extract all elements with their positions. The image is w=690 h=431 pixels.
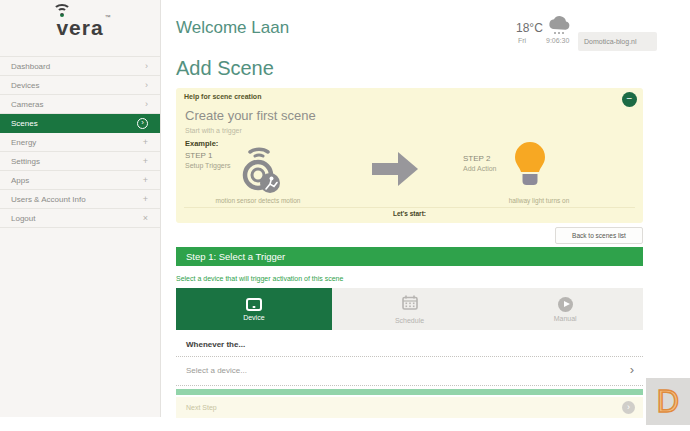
sidebar-menu: Dashboard › Devices › Cameras › Scenes ›… (0, 56, 160, 228)
close-icon: × (143, 214, 148, 223)
sidebar: vera™ Dashboard › Devices › Cameras › Sc… (0, 0, 161, 417)
plus-icon: + (143, 157, 148, 166)
account-selector[interactable]: Domotica-blog.nl (578, 32, 657, 51)
chevron-right-circle-icon: › (622, 401, 635, 414)
lets-start-label: Let's start: (176, 210, 643, 217)
chevron-right-icon: › (145, 100, 148, 109)
trigger-instruction: Select a device that will trigger activa… (176, 275, 343, 282)
help-panel-title: Help for scene creation (184, 93, 261, 100)
page-title: Add Scene (176, 57, 274, 80)
lightbulb-icon (510, 140, 550, 198)
sidebar-item-apps[interactable]: Apps + (0, 171, 160, 190)
example-label: Example: (185, 139, 218, 148)
tab-manual[interactable]: Manual (487, 288, 643, 330)
tab-schedule[interactable]: Schedule (332, 288, 488, 330)
sidebar-item-scenes[interactable]: Scenes › (0, 114, 160, 133)
play-icon (558, 297, 573, 312)
welcome-heading: Welcome Laan (176, 18, 289, 38)
sidebar-item-devices[interactable]: Devices › (0, 76, 160, 95)
plus-icon: + (143, 195, 148, 204)
chevron-right-icon: › (630, 362, 634, 377)
sidebar-item-dashboard[interactable]: Dashboard › (0, 57, 160, 76)
chevron-right-icon: › (145, 81, 148, 90)
temperature-label: 18°C (516, 21, 543, 35)
progress-bar (176, 389, 643, 395)
step1-caption: motion sensor detects motion (188, 197, 328, 204)
collapse-help-button[interactable]: − (622, 92, 637, 107)
step1-header-bar: Step 1: Select a Trigger (176, 247, 643, 266)
whenever-label: Whenever the... (186, 340, 245, 349)
sidebar-item-energy[interactable]: Energy + (0, 133, 160, 152)
sidebar-item-logout[interactable]: Logout × (0, 209, 160, 228)
help-subheading: Start with a trigger (185, 127, 242, 134)
time-label: 9:06:30 (546, 37, 569, 44)
tab-device[interactable]: Device (176, 288, 332, 330)
step2-label: STEP 2 (463, 154, 490, 163)
chevron-right-icon: › (145, 62, 148, 71)
select-device-row[interactable]: Select a device... › (176, 357, 643, 385)
divider-dotted (176, 385, 643, 386)
help-heading: Create your first scene (185, 108, 316, 123)
help-divider (184, 207, 635, 208)
trigger-type-tabs: Device Schedule (176, 288, 643, 330)
chevron-right-circle-icon: › (137, 118, 148, 129)
trademark: ™ (105, 14, 112, 20)
sidebar-item-settings[interactable]: Settings + (0, 152, 160, 171)
watermark-badge: D (646, 378, 690, 425)
back-to-scenes-button[interactable]: Back to scenes list (555, 227, 643, 244)
device-icon (246, 298, 262, 311)
step2-sublabel: Add Action (463, 165, 496, 172)
logo-text: vera™ (56, 16, 103, 40)
sidebar-item-users-account[interactable]: Users & Account Info + (0, 190, 160, 209)
plus-icon: + (143, 138, 148, 147)
step1-label: STEP 1 (185, 151, 212, 160)
day-label: Fri (518, 37, 526, 44)
vera-app-window: vera™ Dashboard › Devices › Cameras › Sc… (0, 0, 690, 431)
next-step-button[interactable]: Next Step › (176, 397, 643, 418)
wifi-arcs-icon (53, 4, 71, 14)
plus-icon: + (143, 176, 148, 185)
vera-logo: vera™ (0, 0, 160, 56)
sidebar-item-cameras[interactable]: Cameras › (0, 95, 160, 114)
arrow-right-icon (372, 152, 420, 186)
step2-caption: hallway light turns on (479, 197, 599, 204)
motion-sensor-icon (224, 144, 294, 200)
main-content: Welcome Laan 18°C Fri 9:06:30 Domotica-b… (161, 0, 690, 431)
help-panel: Help for scene creation − Create your fi… (176, 88, 643, 223)
calendar-icon (402, 295, 418, 314)
